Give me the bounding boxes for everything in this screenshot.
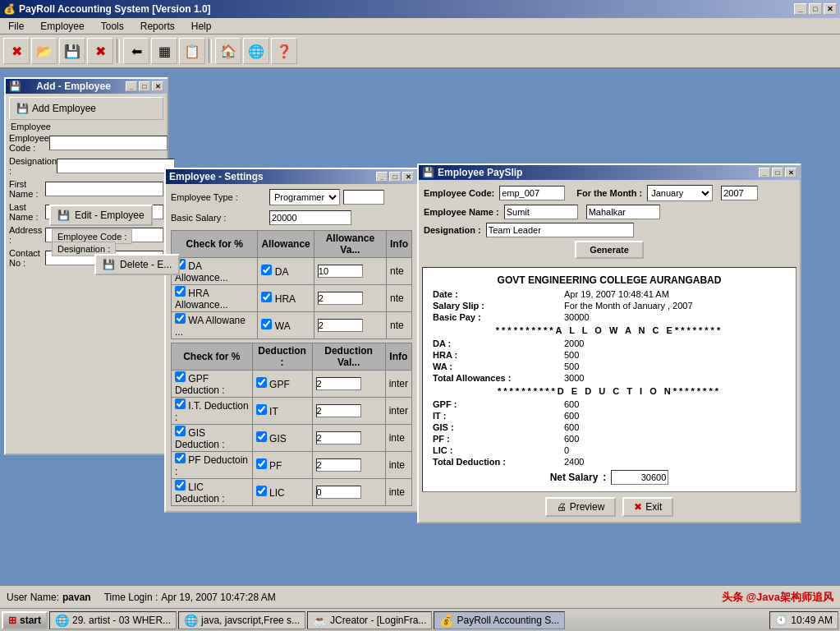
preview-label: Preview xyxy=(570,501,605,513)
preview-button[interactable]: 🖨 Preview xyxy=(545,497,617,517)
delete-employee-popup[interactable]: 💾 Delete - E... xyxy=(94,254,180,275)
menu-bar: File Employee Tools Reports Help xyxy=(0,18,840,35)
da-value-input[interactable] xyxy=(318,265,363,278)
exit-button[interactable]: ✖ Exit xyxy=(622,497,673,517)
first-name-label: First Name : xyxy=(9,179,45,199)
menu-help[interactable]: Help xyxy=(186,19,217,34)
emp-type-extra-input[interactable] xyxy=(343,190,384,205)
toolbar-copy-btn[interactable]: 📋 xyxy=(179,38,205,64)
pf-check[interactable] xyxy=(175,453,186,463)
gpf-value-input[interactable] xyxy=(316,377,361,390)
menu-tools[interactable]: Tools xyxy=(96,19,129,34)
settings-maximize[interactable]: □ xyxy=(389,172,401,182)
delete-emp-icon: 💾 xyxy=(103,259,115,270)
toolbar-globe-btn[interactable]: 🌐 xyxy=(243,38,269,64)
delete-emp-label: Delete - E... xyxy=(120,259,172,270)
gis-check[interactable] xyxy=(175,426,186,436)
generate-button[interactable]: Generate xyxy=(575,241,644,259)
wa-check[interactable] xyxy=(175,313,186,324)
payslip-minimize[interactable]: _ xyxy=(759,168,770,177)
menu-reports[interactable]: Reports xyxy=(135,19,180,34)
start-label: start xyxy=(20,615,41,626)
first-name-input[interactable] xyxy=(45,182,163,196)
net-salary-input[interactable] xyxy=(611,470,668,485)
toolbar-home-btn[interactable]: 🏠 xyxy=(215,38,241,64)
toolbar-view-btn[interactable]: ▦ xyxy=(151,38,177,64)
edit-employee-popup[interactable]: 💾 Edit - Employee xyxy=(49,205,153,226)
allowance-header-value: Allowance Va... xyxy=(314,231,386,258)
taskbar-item-browser[interactable]: 🌐 29. artist - 03 WHER... xyxy=(49,611,177,629)
pf-abbr-check[interactable] xyxy=(256,458,267,469)
emp-settings-window: Employee - Settings _ □ ✕ Employee Type … xyxy=(164,168,419,513)
lic-check[interactable] xyxy=(175,480,186,491)
settings-minimize[interactable]: _ xyxy=(376,172,388,182)
designation-input[interactable] xyxy=(57,159,175,173)
designation-input[interactable] xyxy=(486,223,634,237)
it-value-input[interactable] xyxy=(316,404,361,417)
gis-value-input[interactable] xyxy=(316,431,361,444)
lic-value: 0 xyxy=(564,445,569,455)
hra-check[interactable] xyxy=(175,286,186,297)
gpf-abbr-check[interactable] xyxy=(256,377,267,388)
it-abbr-check[interactable] xyxy=(256,404,267,415)
lic-value-input[interactable] xyxy=(316,486,361,499)
payslip-close[interactable]: ✕ xyxy=(785,168,796,177)
emp-code-label: Employee Code: xyxy=(424,188,494,198)
add-emp-maximize[interactable]: □ xyxy=(139,81,150,91)
lic-abbr-check[interactable] xyxy=(256,486,267,496)
it-check[interactable] xyxy=(175,398,186,409)
toolbar-open-btn[interactable]: 📂 xyxy=(31,38,57,64)
gis-abbr-check[interactable] xyxy=(256,431,267,442)
toolbar-prev-btn[interactable]: ⬅ xyxy=(123,38,149,64)
emp-code-input[interactable] xyxy=(49,136,168,150)
gis-abbr: GIS xyxy=(269,433,287,444)
payslip-restore[interactable]: □ xyxy=(772,168,783,177)
add-emp-close[interactable]: ✕ xyxy=(152,81,163,91)
gpf-info: inter xyxy=(385,371,411,398)
hra-abbr-check[interactable] xyxy=(261,292,272,302)
toolbar-save-btn[interactable]: 💾 xyxy=(59,38,85,64)
minimize-button[interactable]: _ xyxy=(794,3,807,15)
gpf-check[interactable] xyxy=(175,371,186,382)
menu-file[interactable]: File xyxy=(3,19,29,34)
java-icon: 🌐 xyxy=(184,614,198,627)
da-abbr-check[interactable] xyxy=(261,265,272,275)
emp-type-select[interactable]: Programmer Manager Engineer xyxy=(269,189,340,205)
taskbar-item-java[interactable]: 🌐 java, javscript,Free s... xyxy=(178,611,305,629)
wa-label: WA : xyxy=(433,362,564,371)
user-name-label: User Name: xyxy=(7,592,59,603)
start-button[interactable]: ⊞ start xyxy=(2,611,48,629)
wa-value-input[interactable] xyxy=(318,319,363,332)
toolbar-help-btn[interactable]: ❓ xyxy=(271,38,297,64)
emp-name-label: Employee Name : xyxy=(424,207,499,217)
gpf-label: GPF : xyxy=(433,399,564,409)
payslip-emp-code-input[interactable] xyxy=(499,186,565,200)
date-value: Apr 19, 2007 10:48:41 AM xyxy=(564,289,669,299)
toolbar-delete-btn[interactable]: ✖ xyxy=(87,38,113,64)
wa-abbr-check[interactable] xyxy=(261,319,272,329)
taskbar-item-jcreator[interactable]: ☕ JCreator - [LoginFra... xyxy=(307,611,432,629)
add-emp-minimize[interactable]: _ xyxy=(126,81,137,91)
hra-value-input[interactable] xyxy=(318,292,363,305)
pf-value-input[interactable] xyxy=(316,458,361,472)
it-value: 600 xyxy=(564,411,579,421)
payslip-title-bar: 💾 Employee PaySlip _ □ ✕ xyxy=(419,165,800,180)
exit-icon: ✖ xyxy=(634,501,642,513)
year-input[interactable] xyxy=(721,186,758,200)
main-area: 💾 Add - Employee _ □ ✕ 💾 Add Employee Em… xyxy=(0,69,840,585)
close-button[interactable]: ✕ xyxy=(824,3,837,15)
add-employee-menu-item[interactable]: 💾 Add Employee xyxy=(9,97,163,120)
payslip-footer: 🖨 Preview ✖ Exit xyxy=(419,492,800,522)
settings-close[interactable]: ✕ xyxy=(402,172,414,182)
designation-label: Designation : xyxy=(424,225,481,235)
emp-last-name-input[interactable] xyxy=(586,205,660,219)
maximize-button[interactable]: □ xyxy=(809,3,822,15)
month-select[interactable]: JanuaryFebruaryMarch AprilMayJune JulyAu… xyxy=(647,185,713,201)
menu-employee[interactable]: Employee xyxy=(35,19,89,34)
basic-salary-input[interactable] xyxy=(269,210,351,225)
emp-first-name-input[interactable] xyxy=(504,205,578,219)
jcreator-icon: ☕ xyxy=(313,614,327,627)
status-bar: User Name: pavan Time Login : Apr 19, 20… xyxy=(0,585,840,608)
toolbar-close-btn[interactable]: ✖ xyxy=(3,38,30,64)
taskbar-item-payroll[interactable]: 💰 PayRoll Accounting S... xyxy=(434,611,565,629)
